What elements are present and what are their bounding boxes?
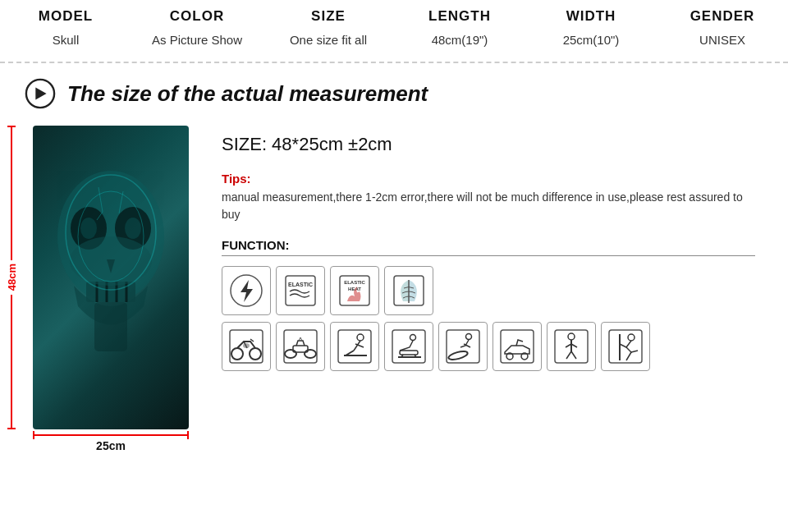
measurement-heading: The size of the actual measurement bbox=[0, 63, 788, 117]
svg-point-14 bbox=[125, 218, 141, 239]
svg-point-45 bbox=[466, 334, 472, 340]
feather-icon bbox=[392, 273, 426, 308]
svg-point-13 bbox=[80, 218, 97, 239]
skiing-icon bbox=[337, 329, 372, 364]
line-v-top bbox=[11, 127, 12, 260]
size-label: SIZE: 48*25cm ±2cm bbox=[222, 134, 755, 155]
svg-rect-40 bbox=[400, 351, 418, 355]
col-size: SIZE bbox=[263, 8, 394, 25]
svg-point-52 bbox=[568, 333, 575, 340]
function-icon-lightning bbox=[222, 266, 271, 315]
snowmobile-icon bbox=[500, 329, 534, 364]
function-icons-row2 bbox=[222, 322, 755, 371]
svg-rect-15 bbox=[94, 302, 127, 351]
function-icon-feather bbox=[384, 266, 433, 315]
svg-point-28 bbox=[243, 343, 250, 348]
svg-point-10 bbox=[70, 236, 152, 286]
line-v-bottom bbox=[11, 295, 12, 428]
val-width: 25cm(10") bbox=[525, 33, 657, 47]
tips-label: Tips: bbox=[222, 172, 755, 186]
tick-left bbox=[33, 431, 34, 439]
val-length: 48cm(19") bbox=[394, 33, 525, 47]
dim-label-vertical: 48cm bbox=[6, 264, 18, 291]
svg-point-26 bbox=[231, 348, 243, 360]
function-icon-skiing bbox=[330, 322, 379, 371]
val-color: As Picture Show bbox=[131, 33, 263, 47]
function-icon-atv bbox=[276, 322, 325, 371]
svg-point-39 bbox=[410, 335, 416, 341]
sledding-icon bbox=[392, 329, 426, 364]
line-h bbox=[33, 434, 189, 436]
col-width: WIDTH bbox=[525, 8, 657, 25]
val-model: Skull bbox=[0, 33, 131, 47]
svg-point-27 bbox=[250, 348, 261, 360]
function-icon-sledding bbox=[384, 322, 433, 371]
dimension-wrapper: 48cm bbox=[33, 126, 189, 429]
svg-point-55 bbox=[628, 334, 635, 341]
function-label: FUNCTION: bbox=[222, 238, 755, 256]
image-section: 48cm bbox=[33, 126, 189, 429]
val-gender: UNISEX bbox=[657, 33, 788, 47]
svg-marker-17 bbox=[241, 280, 253, 302]
skull-svg bbox=[41, 138, 181, 417]
heat-icon: ELASTIC HEAT bbox=[337, 273, 372, 308]
function-icon-heat: ELASTIC HEAT bbox=[330, 266, 379, 315]
function-icon-motorcycle bbox=[222, 322, 271, 371]
motorcycle-icon bbox=[229, 329, 263, 364]
col-length: LENGTH bbox=[394, 8, 525, 25]
arrow-right-circle-icon bbox=[25, 78, 56, 109]
snowboard-icon bbox=[446, 329, 480, 364]
hiking-icon bbox=[554, 329, 589, 364]
val-size: One size fit all bbox=[263, 33, 394, 47]
dim-label-horizontal: 25cm bbox=[96, 439, 126, 452]
vertical-dimension: 48cm bbox=[3, 126, 20, 429]
function-icons-row1: ELASTIC ELASTIC HEAT bbox=[222, 266, 755, 315]
svg-rect-48 bbox=[501, 330, 534, 363]
svg-marker-1 bbox=[35, 87, 46, 99]
svg-text:ELASTIC: ELASTIC bbox=[344, 280, 365, 285]
measurement-title: The size of the actual measurement bbox=[67, 81, 428, 107]
atv-icon bbox=[283, 329, 318, 364]
horizontal-dimension: 25cm bbox=[33, 434, 189, 452]
function-icon-snowboarding bbox=[438, 322, 488, 371]
function-icon-climbing bbox=[601, 322, 650, 371]
spec-table: MODEL COLOR SIZE LENGTH WIDTH GENDER Sku… bbox=[0, 0, 788, 63]
col-gender: GENDER bbox=[657, 8, 788, 25]
lightning-icon bbox=[229, 273, 263, 308]
svg-rect-33 bbox=[338, 330, 371, 363]
skull-image bbox=[33, 126, 189, 429]
col-model: MODEL bbox=[0, 8, 131, 25]
spec-header: MODEL COLOR SIZE LENGTH WIDTH GENDER bbox=[0, 0, 788, 30]
function-icon-hiking bbox=[547, 322, 596, 371]
svg-text:ELASTIC: ELASTIC bbox=[288, 282, 313, 287]
tips-text: manual measurement,there 1-2cm error,the… bbox=[222, 189, 755, 223]
svg-point-31 bbox=[305, 350, 316, 358]
specs-section: SIZE: 48*25cm ±2cm Tips: manual measurem… bbox=[222, 126, 755, 378]
elastic-icon: ELASTIC bbox=[283, 273, 318, 308]
svg-point-30 bbox=[285, 350, 296, 358]
svg-point-34 bbox=[357, 334, 364, 341]
climbing-icon bbox=[608, 329, 643, 364]
svg-point-47 bbox=[447, 350, 468, 361]
function-icon-elastic: ELASTIC bbox=[276, 266, 325, 315]
tick-right bbox=[187, 431, 189, 439]
main-content: 48cm bbox=[0, 117, 788, 446]
function-icon-snowmobile bbox=[492, 322, 542, 371]
spec-values: Skull As Picture Show One size fit all 4… bbox=[0, 30, 788, 55]
col-color: COLOR bbox=[131, 8, 263, 25]
tick-bottom bbox=[7, 428, 16, 429]
